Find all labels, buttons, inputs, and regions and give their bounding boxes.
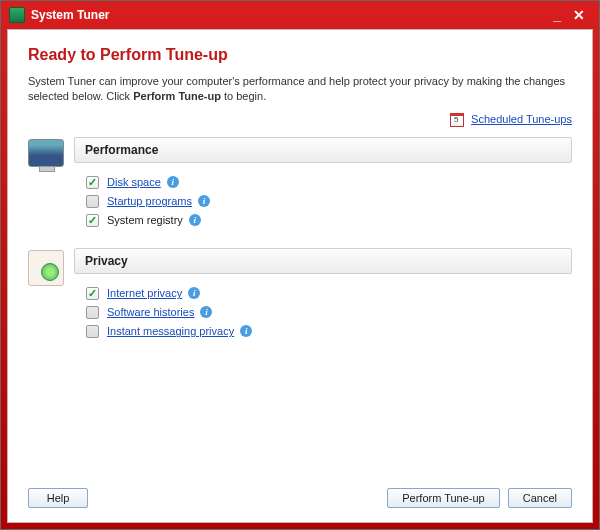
checkbox-system-registry[interactable] — [86, 214, 99, 227]
info-icon[interactable]: i — [200, 306, 212, 318]
performance-body: Performance Disk space i Startup program… — [74, 137, 572, 230]
calendar-icon — [450, 113, 464, 127]
page-description: System Tuner can improve your computer's… — [28, 74, 572, 105]
im-privacy-link[interactable]: Instant messaging privacy — [107, 325, 234, 337]
desc-bold: Perform Tune-up — [133, 90, 221, 102]
performance-header: Performance — [74, 137, 572, 163]
perform-tuneup-button[interactable]: Perform Tune-up — [387, 488, 500, 508]
checkbox-im-privacy[interactable] — [86, 325, 99, 338]
checkbox-startup-programs[interactable] — [86, 195, 99, 208]
cancel-button[interactable]: Cancel — [508, 488, 572, 508]
checkbox-disk-space[interactable] — [86, 176, 99, 189]
perf-item-startup: Startup programs i — [74, 192, 572, 211]
info-icon[interactable]: i — [240, 325, 252, 337]
priv-item-software: Software histories i — [74, 303, 572, 322]
privacy-body: Privacy Internet privacy i Software hist… — [74, 248, 572, 341]
checkbox-internet-privacy[interactable] — [86, 287, 99, 300]
desc-part-a: System Tuner can improve your computer's… — [28, 75, 565, 102]
monitor-icon — [28, 139, 64, 175]
privacy-icon — [28, 250, 64, 286]
perf-item-disk-space: Disk space i — [74, 173, 572, 192]
privacy-section: Privacy Internet privacy i Software hist… — [28, 248, 572, 341]
checkbox-software-histories[interactable] — [86, 306, 99, 319]
info-icon[interactable]: i — [198, 195, 210, 207]
app-icon — [9, 7, 25, 23]
page-heading: Ready to Perform Tune-up — [28, 46, 572, 64]
priv-item-im: Instant messaging privacy i — [74, 322, 572, 341]
close-button[interactable]: ✕ — [567, 7, 591, 23]
system-registry-label: System registry — [107, 214, 183, 226]
help-button[interactable]: Help — [28, 488, 88, 508]
disk-space-link[interactable]: Disk space — [107, 176, 161, 188]
desc-part-b: to begin. — [221, 90, 266, 102]
priv-item-internet: Internet privacy i — [74, 284, 572, 303]
app-window: System Tuner _ ✕ Ready to Perform Tune-u… — [0, 0, 600, 530]
scheduled-tuneups-link[interactable]: Scheduled Tune-ups — [471, 113, 572, 125]
startup-programs-link[interactable]: Startup programs — [107, 195, 192, 207]
spacer — [88, 488, 387, 508]
performance-section: Performance Disk space i Startup program… — [28, 137, 572, 230]
scheduled-row: Scheduled Tune-ups — [28, 113, 572, 127]
info-icon[interactable]: i — [167, 176, 179, 188]
window-title: System Tuner — [31, 8, 547, 22]
info-icon[interactable]: i — [189, 214, 201, 226]
software-histories-link[interactable]: Software histories — [107, 306, 194, 318]
perf-item-registry: System registry i — [74, 211, 572, 230]
button-row: Help Perform Tune-up Cancel — [28, 488, 572, 508]
titlebar: System Tuner _ ✕ — [1, 1, 599, 29]
internet-privacy-link[interactable]: Internet privacy — [107, 287, 182, 299]
privacy-header: Privacy — [74, 248, 572, 274]
info-icon[interactable]: i — [188, 287, 200, 299]
content-pane: Ready to Perform Tune-up System Tuner ca… — [7, 29, 593, 523]
minimize-button[interactable]: _ — [547, 7, 567, 23]
